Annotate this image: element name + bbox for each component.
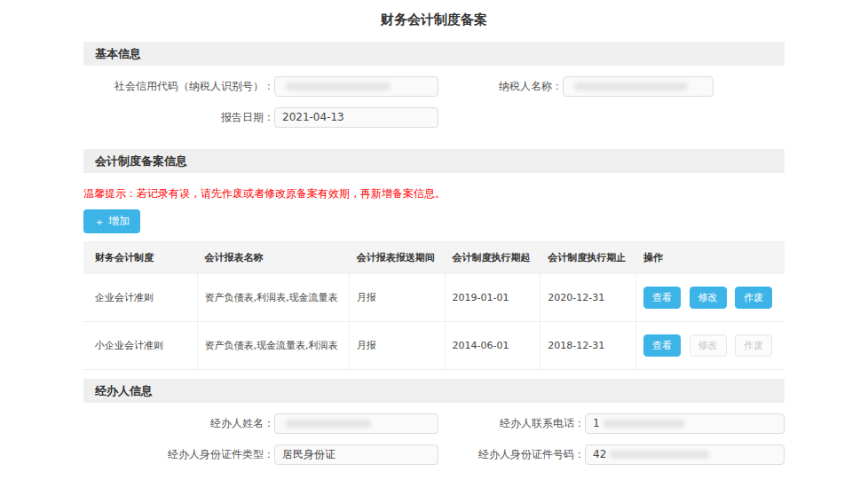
- basic-info-row-2: 报告日期： 2021-04-13: [83, 107, 785, 128]
- header-report-name: 会计报表名称: [197, 242, 349, 274]
- taxpayer-name-label: 纳税人名称：: [438, 79, 563, 94]
- header-execution-start: 会计制度执行期起: [445, 242, 541, 274]
- cell-reports: 资产负债表,现金流量表,利润表: [197, 322, 349, 370]
- agent-id-number-value: 42: [593, 445, 606, 464]
- section-header-basic-info: 基本信息: [83, 42, 785, 66]
- cell-period: 月报: [349, 322, 445, 370]
- section-header-filing-info: 会计制度备案信息: [83, 149, 785, 173]
- filing-page: 财务会计制度备案 基本信息 社会信用代码（纳税人识别号）： 纳税人名称： 报告日…: [0, 0, 868, 503]
- filing-table: 财务会计制度 会计报表名称 会计报表报送期间 会计制度执行期起 会计制度执行期止…: [83, 241, 785, 370]
- agent-id-type-label: 经办人身份证件类型：: [83, 447, 274, 462]
- agent-info-row-2: 经办人身份证件类型： 居民身份证 经办人身份证件号码： 42: [83, 444, 785, 465]
- view-button[interactable]: 查看: [643, 287, 681, 309]
- add-button-label: 增加: [108, 214, 130, 229]
- modify-button: 修改: [690, 334, 727, 357]
- agent-name-label: 经办人姓名：: [83, 416, 274, 431]
- cell-start-date: 2019-01-01: [445, 274, 541, 322]
- taxpayer-name-input[interactable]: [563, 76, 714, 97]
- cell-operations: 查看 修改 作废: [636, 322, 785, 370]
- cell-end-date: 2020-12-31: [541, 274, 636, 322]
- header-operation: 操作: [636, 242, 785, 274]
- header-report-submit-period: 会计报表报送期间: [349, 242, 445, 274]
- redacted-value: [610, 451, 709, 459]
- redacted-value: [574, 83, 688, 90]
- agent-phone-value: 1: [593, 414, 600, 433]
- section-filing-info-title: 会计制度备案信息: [95, 154, 187, 168]
- agent-id-type-input[interactable]: 居民身份证: [274, 444, 438, 465]
- agent-info-row-1: 经办人姓名： 经办人联系电话： 1: [83, 413, 785, 434]
- page-title: 财务会计制度备案: [0, 0, 868, 28]
- agent-id-number-input[interactable]: 42: [585, 444, 785, 465]
- section-header-agent-info: 经办人信息: [83, 379, 785, 403]
- modify-button[interactable]: 修改: [690, 287, 727, 309]
- header-financial-accounting-system: 财务会计制度: [83, 242, 197, 274]
- warning-tip: 温馨提示：若记录有误，请先作废或者修改原备案有效期，再新增备案信息。: [83, 186, 785, 201]
- plus-icon: ＋: [94, 216, 105, 227]
- agent-id-type-value: 居民身份证: [282, 445, 335, 464]
- filing-table-header-row: 财务会计制度 会计报表名称 会计报表报送期间 会计制度执行期起 会计制度执行期止…: [83, 242, 785, 274]
- redacted-value: [286, 83, 391, 90]
- cell-end-date: 2018-12-31: [541, 322, 636, 370]
- report-date-value: 2021-04-13: [282, 108, 344, 127]
- basic-info-row-1: 社会信用代码（纳税人识别号）： 纳税人名称：: [83, 76, 785, 97]
- cell-reports: 资产负债表,利润表,现金流量表: [197, 274, 349, 322]
- agent-phone-label: 经办人联系电话：: [438, 416, 585, 431]
- cell-period: 月报: [349, 274, 445, 322]
- agent-name-input[interactable]: [274, 413, 438, 434]
- agent-id-number-label: 经办人身份证件号码：: [438, 447, 585, 462]
- agent-phone-input[interactable]: 1: [585, 413, 785, 434]
- add-button[interactable]: ＋ 增加: [83, 209, 140, 233]
- cell-system: 小企业会计准则: [83, 322, 197, 370]
- section-basic-info-title: 基本信息: [95, 47, 141, 60]
- credit-code-input[interactable]: [274, 76, 438, 97]
- filing-table-row: 小企业会计准则 资产负债表,现金流量表,利润表 月报 2014-06-01 20…: [83, 322, 785, 370]
- report-date-label: 报告日期：: [83, 110, 274, 125]
- redacted-value: [286, 420, 371, 428]
- cell-operations: 查看 修改 作废: [636, 274, 785, 322]
- cell-system: 企业会计准则: [83, 274, 197, 322]
- header-execution-end: 会计制度执行期止: [541, 242, 636, 274]
- invalidate-button[interactable]: 作废: [735, 287, 772, 309]
- redacted-value: [604, 420, 685, 428]
- invalidate-button: 作废: [735, 334, 772, 357]
- report-date-input[interactable]: 2021-04-13: [274, 107, 438, 128]
- credit-code-label: 社会信用代码（纳税人识别号）：: [83, 79, 274, 94]
- view-button[interactable]: 查看: [643, 334, 681, 357]
- page-content: 基本信息 社会信用代码（纳税人识别号）： 纳税人名称： 报告日期： 2021-0…: [83, 42, 785, 503]
- filing-table-row: 企业会计准则 资产负债表,利润表,现金流量表 月报 2019-01-01 202…: [83, 274, 785, 322]
- cell-start-date: 2014-06-01: [445, 322, 541, 370]
- section-agent-info-title: 经办人信息: [95, 384, 153, 397]
